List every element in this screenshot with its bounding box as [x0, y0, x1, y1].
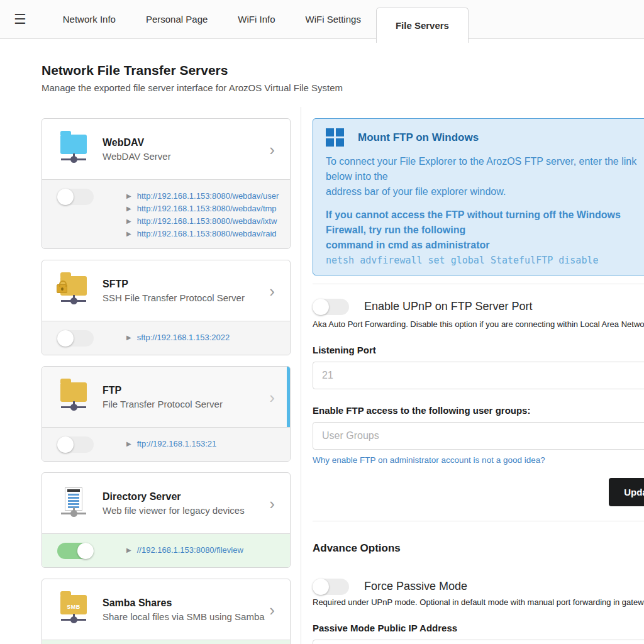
caret-right-icon: ▶ — [126, 544, 131, 557]
webdav-enable-toggle[interactable] — [57, 189, 94, 205]
info-box-paragraph: To connect your File Explorer to the Aro… — [326, 154, 644, 199]
chevron-right-icon: › — [265, 283, 279, 299]
listening-port-input[interactable] — [313, 362, 644, 389]
server-card-ftp-links: ▶ftp://192.168.1.153:21 — [42, 427, 290, 461]
nav-tabs: Network Info Personal Page WiFi Info WiF… — [48, 0, 469, 39]
public-ip-input[interactable] — [313, 640, 644, 644]
section-divider — [313, 521, 644, 521]
page-subtitle: Manage the exported file server interfac… — [42, 82, 343, 93]
sftp-enable-toggle[interactable] — [57, 330, 94, 347]
link-row: ▶ftp://192.168.1.153:21 — [126, 438, 216, 450]
caret-right-icon: ▶ — [126, 438, 131, 450]
info-box-title: Mount FTP on Windows — [358, 131, 479, 144]
advance-options-title: Advance Options — [313, 542, 644, 555]
link-row: ▶http://192.168.1.153:8080/webdav/raid — [126, 228, 279, 240]
tab-wifi-settings[interactable]: WiFi Settings — [291, 0, 376, 39]
server-description: SSH File Transfer Protocol Server — [103, 292, 265, 303]
network-folder-icon — [57, 380, 90, 413]
smb-icon-label: SMB — [60, 604, 87, 610]
server-card-webdav: WebDAV WebDAV Server › ▶http://192.168.1… — [42, 118, 291, 249]
caret-right-icon: ▶ — [126, 203, 131, 215]
server-name: WebDAV — [103, 137, 265, 148]
server-card-directory: Directory Server Web file viewer for leg… — [42, 472, 291, 568]
server-description: Share local files via SMB using Samba — [103, 611, 265, 622]
link-row: ▶http://192.168.1.153:8080/webdav/user — [126, 190, 279, 203]
top-navbar: ☰ Network Info Personal Page WiFi Info W… — [0, 0, 644, 39]
server-card-directory-links: ▶//192.168.1.153:8080/fileview — [42, 533, 290, 567]
user-groups-label: Enable FTP access to the following user … — [313, 405, 644, 416]
webdav-url-link[interactable]: http://192.168.1.153:8080/webdav/raid — [137, 228, 277, 240]
ftp-admin-warning-link[interactable]: Why enable FTP on administrator account … — [313, 455, 644, 465]
caret-right-icon: ▶ — [126, 331, 131, 344]
link-row: ▶http://192.168.1.153:8080/webdav/tmp — [126, 203, 279, 215]
force-passive-label: Force Passive Mode — [364, 580, 467, 593]
listening-port-label: Listening Port — [313, 345, 644, 355]
force-passive-toggle[interactable] — [313, 579, 349, 595]
update-button[interactable]: Update — [609, 478, 644, 506]
hamburger-menu-icon[interactable]: ☰ — [14, 13, 26, 26]
tab-wifi-info[interactable]: WiFi Info — [223, 0, 290, 39]
server-name: FTP — [103, 385, 265, 396]
server-name: SFTP — [103, 279, 265, 290]
server-card-webdav-links: ▶http://192.168.1.153:8080/webdav/user ▶… — [42, 179, 290, 248]
caret-right-icon: ▶ — [126, 228, 131, 240]
server-card-ftp: FTP File Transfer Protocol Server › ▶ftp… — [42, 366, 291, 462]
webdav-url-link[interactable]: http://192.168.1.153:8080/webdav/user — [137, 190, 279, 203]
smb-network-folder-icon: SMB — [57, 593, 90, 626]
link-row: ▶sftp://192.168.1.153:2022 — [126, 331, 230, 344]
section-divider — [313, 284, 644, 284]
tab-personal-page[interactable]: Personal Page — [131, 0, 223, 39]
server-name: Samba Shares — [103, 597, 265, 609]
chevron-right-icon: › — [265, 142, 279, 158]
ftp-url-link[interactable]: ftp://192.168.1.153:21 — [137, 438, 217, 450]
chevron-right-icon: › — [265, 602, 279, 618]
caret-right-icon: ▶ — [126, 215, 131, 228]
link-row: ▶http://192.168.1.153:8080/webdav/ixtw — [126, 215, 279, 228]
tab-file-servers[interactable]: File Servers — [376, 8, 469, 43]
ftp-enable-toggle[interactable] — [57, 436, 94, 453]
caret-right-icon: ▶ — [126, 190, 131, 203]
server-list: WebDAV WebDAV Server › ▶http://192.168.1… — [42, 118, 291, 644]
mount-ftp-info-box: Mount FTP on Windows To connect your Fil… — [313, 118, 644, 275]
tab-network-info[interactable]: Network Info — [48, 0, 131, 39]
directory-url-link[interactable]: //192.168.1.153:8080/fileview — [137, 544, 243, 557]
directory-enable-toggle[interactable] — [57, 543, 94, 559]
firewall-command-text: netsh advfirewall set global StatefulFTP… — [326, 255, 644, 266]
page-title: Network File Transfer Servers — [42, 63, 343, 78]
public-ip-label: Passive Mode Public IP Address — [313, 623, 644, 633]
chevron-right-icon: › — [265, 496, 279, 512]
upnp-toggle-label: Enable UPnP on FTP Server Port — [364, 300, 532, 313]
locked-network-folder-icon — [57, 274, 90, 307]
passive-help-text: Required under UPnP mode. Optional in de… — [313, 597, 644, 607]
column-divider — [301, 107, 301, 644]
info-box-paragraph-bold: If you cannot access the FTP without tur… — [326, 208, 644, 253]
server-card-samba: SMB Samba Shares Share local files via S… — [42, 579, 291, 644]
server-card-directory-header[interactable]: Directory Server Web file viewer for leg… — [42, 473, 290, 533]
ftp-settings-panel: Mount FTP on Windows To connect your Fil… — [313, 118, 644, 644]
link-row: ▶//192.168.1.153:8080/fileview — [126, 544, 243, 557]
webdav-url-link[interactable]: http://192.168.1.153:8080/webdav/tmp — [137, 203, 277, 215]
upnp-toggle[interactable] — [313, 299, 349, 315]
sftp-url-link[interactable]: sftp://192.168.1.153:2022 — [137, 331, 230, 344]
server-card-sftp-header[interactable]: SFTP SSH File Transfer Protocol Server › — [42, 260, 290, 321]
server-card-sftp-links: ▶sftp://192.168.1.153:2022 — [42, 321, 290, 355]
directory-listing-icon — [57, 487, 90, 519]
webdav-network-folder-icon — [57, 133, 90, 165]
server-name: Directory Server — [103, 491, 265, 502]
upnp-help-text: Aka Auto Port Forwarding. Disable this o… — [313, 319, 644, 329]
server-card-ftp-header[interactable]: FTP File Transfer Protocol Server › — [42, 367, 290, 427]
server-card-samba-header[interactable]: SMB Samba Shares Share local files via S… — [42, 579, 290, 640]
webdav-url-link[interactable]: http://192.168.1.153:8080/webdav/ixtw — [137, 215, 277, 228]
windows-logo-icon — [326, 128, 344, 147]
server-card-samba-links — [42, 640, 290, 644]
chevron-right-icon: › — [265, 389, 279, 406]
server-description: Web file viewer for legacy devices — [103, 505, 265, 516]
user-groups-input[interactable] — [313, 422, 644, 450]
server-card-webdav-header[interactable]: WebDAV WebDAV Server › — [42, 119, 290, 179]
server-description: WebDAV Server — [103, 151, 265, 162]
server-description: File Transfer Protocol Server — [103, 399, 265, 409]
server-card-sftp: SFTP SSH File Transfer Protocol Server ›… — [42, 260, 291, 355]
